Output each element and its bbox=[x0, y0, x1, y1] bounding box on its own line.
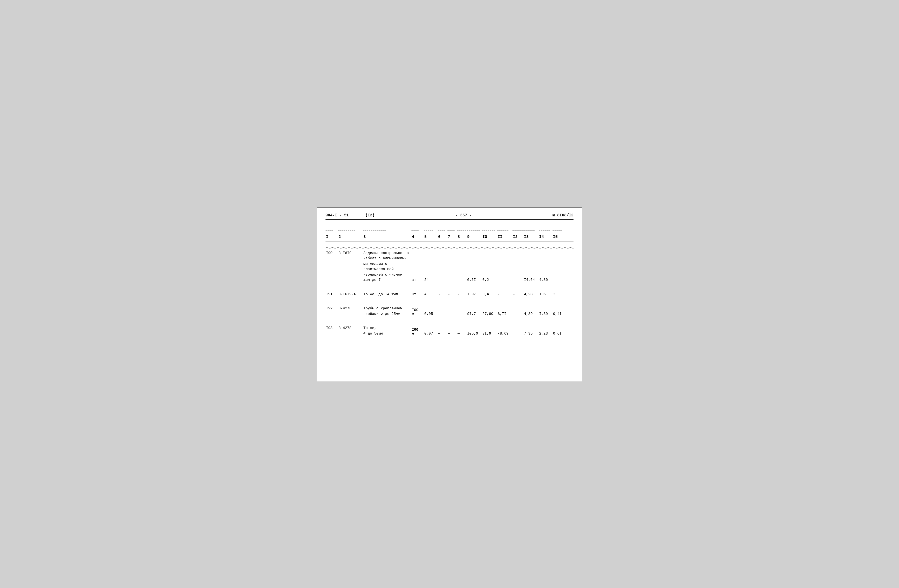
col-header-10: IO bbox=[482, 233, 497, 241]
top-spacer bbox=[326, 221, 573, 229]
row-c7: — bbox=[447, 330, 457, 337]
row-c12: == bbox=[512, 330, 524, 337]
row-c14: 4,80 bbox=[539, 277, 553, 283]
col-header-13: I3 bbox=[524, 233, 539, 241]
row-c6: - bbox=[437, 311, 447, 317]
row-code: 8-4276 bbox=[338, 305, 363, 312]
row-c5: 0,07 bbox=[424, 330, 437, 337]
row-c8: - bbox=[457, 311, 466, 317]
row-c7: - bbox=[447, 311, 457, 317]
row-c13: 7,35 bbox=[524, 330, 539, 337]
col-header-8: 8 bbox=[457, 233, 466, 241]
row-c10: 0,4 bbox=[482, 291, 497, 298]
row-unit: I00м bbox=[411, 307, 424, 317]
main-table: ==== ========= ============ ==== ===== =… bbox=[326, 229, 573, 339]
row-c15: - bbox=[553, 277, 565, 283]
row-c5: 4 bbox=[424, 291, 437, 298]
decorators-row: ==== ========= ============ ==== ===== =… bbox=[326, 229, 573, 232]
col-header-14: I4 bbox=[539, 233, 553, 241]
page-header: 904-I · 51 (I2) - 357 - № 8I08/I2 bbox=[326, 213, 573, 220]
header-right-code: № 8I08/I2 bbox=[553, 213, 573, 218]
col-header-15: I5 bbox=[553, 233, 565, 241]
row-id: I9I bbox=[326, 291, 338, 298]
row-c10: 27,80 bbox=[482, 311, 497, 317]
row-c12: - bbox=[512, 291, 524, 298]
row-description: То же,∅ до 50мм bbox=[363, 325, 411, 337]
row-c9: 0,6I bbox=[466, 277, 482, 283]
row-c12: - bbox=[512, 311, 524, 317]
table-row: I92 8-4276 Трубы с креплением скобами ∅ … bbox=[326, 305, 573, 319]
row-id: I90 bbox=[326, 250, 338, 256]
wavy-divider bbox=[326, 245, 573, 246]
row-c6: — bbox=[437, 330, 447, 337]
row-c9: I,07 bbox=[466, 291, 482, 298]
row-c8: - bbox=[457, 277, 466, 283]
row-c10: 3I,9 bbox=[482, 330, 497, 337]
column-headers: I 2 3 4 5 6 7 8 9 IO II I2 I3 I4 I5 bbox=[326, 232, 573, 242]
col-header-11: II bbox=[497, 233, 512, 241]
row-c8: — bbox=[457, 330, 466, 337]
row-description: То же, до I4 жил bbox=[363, 291, 411, 298]
row-c11: -8,69 bbox=[497, 330, 512, 337]
col-header-9: 9 bbox=[466, 233, 482, 241]
row-code: 8-I6I9 bbox=[338, 250, 363, 256]
row-unit: шт bbox=[411, 277, 424, 283]
row-c7: - bbox=[447, 291, 457, 298]
row-c6: - bbox=[437, 291, 447, 298]
col-header-2: 2 bbox=[338, 233, 363, 241]
row-c9: I05,0 bbox=[466, 330, 482, 337]
row-c13: I4,64 bbox=[524, 277, 539, 283]
row-c6: - bbox=[437, 277, 447, 283]
row-id: I92 bbox=[326, 305, 338, 312]
row-c5: 0,05 bbox=[424, 311, 437, 317]
header-middle-code: (I2) bbox=[365, 213, 375, 218]
row-unit: шт bbox=[411, 291, 424, 298]
row-c5: 24 bbox=[424, 277, 437, 283]
page: 904-I · 51 (I2) - 357 - № 8I08/I2 ==== =… bbox=[317, 207, 582, 381]
row-spacer bbox=[326, 302, 573, 305]
row-id: I93 bbox=[326, 325, 338, 332]
table-row: I90 8-I6I9 Заделка контрольно-го кабеля … bbox=[326, 250, 573, 286]
row-c9: 97,7 bbox=[466, 311, 482, 317]
row-c14: I,39 bbox=[539, 311, 553, 317]
row-c15: 0,4I bbox=[553, 311, 565, 317]
col-header-12: I2 bbox=[512, 233, 524, 241]
col-header-6: 6 bbox=[437, 233, 447, 241]
header-center-value: - 357 - bbox=[456, 213, 472, 218]
row-c11: - bbox=[497, 291, 512, 298]
row-c11: - bbox=[497, 277, 512, 283]
row-c11: 8,II bbox=[497, 311, 512, 317]
col-header-4: 4 bbox=[411, 233, 424, 241]
col-header-5: 5 bbox=[424, 233, 437, 241]
row-unit: I00м bbox=[411, 327, 424, 337]
row-c15: 0,6I bbox=[553, 330, 565, 337]
row-c7: - bbox=[447, 277, 457, 283]
row-c15: • bbox=[553, 291, 565, 298]
row-c14: I,6 bbox=[539, 291, 553, 298]
row-c10: 0,2 bbox=[482, 277, 497, 283]
row-c8: - bbox=[457, 291, 466, 298]
row-spacer bbox=[326, 288, 573, 291]
row-c12: - bbox=[512, 277, 524, 283]
row-code: 8-I6I9-А bbox=[338, 291, 363, 298]
table-row: I93 8-4278 То же,∅ до 50мм I00м 0,07 — —… bbox=[326, 325, 573, 339]
row-spacer bbox=[326, 322, 573, 325]
row-c13: 4,89 bbox=[524, 311, 539, 317]
col-header-1: I bbox=[326, 233, 338, 241]
row-code: 8-4278 bbox=[338, 325, 363, 332]
col-header-3: 3 bbox=[363, 233, 411, 241]
row-description: Трубы с креплением скобами ∅ до 25мм bbox=[363, 305, 411, 317]
header-left-code: 904-I · 51 bbox=[326, 213, 349, 218]
table-row: I9I 8-I6I9-А То же, до I4 жил шт 4 - - -… bbox=[326, 291, 573, 300]
row-description: Заделка контрольно-го кабеля с алюминиев… bbox=[363, 250, 411, 283]
col-header-7: 7 bbox=[447, 233, 457, 241]
row-c14: 2,23 bbox=[539, 330, 553, 337]
row-c13: 4,28 bbox=[524, 291, 539, 298]
